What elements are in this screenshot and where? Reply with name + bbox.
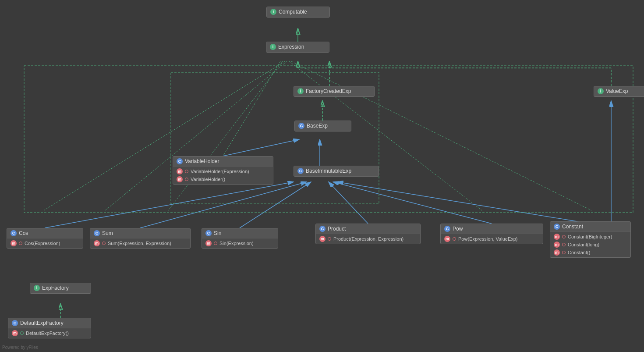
node-variableholder[interactable]: C VariableHolder m VariableHolder(Expres…: [173, 156, 273, 185]
defaultexpfactory-method-label: DefaultExpFactory(): [26, 331, 69, 336]
expression-title: Expression: [278, 44, 304, 50]
sum-header: C Sum: [90, 228, 190, 238]
sin-header: C Sin: [202, 228, 278, 238]
valueexp-badge: i: [598, 88, 604, 94]
node-product[interactable]: C Product m Product(Expression, Expressi…: [315, 224, 421, 244]
sum-body: m Sum(Expression, Expression): [90, 238, 190, 248]
watermark: Powered by yFiles: [2, 345, 38, 350]
cos-title: Cos: [19, 230, 28, 236]
valueexp-title: ValueExp: [606, 88, 628, 94]
variableholder-title: VariableHolder: [185, 158, 219, 164]
node-factorycreatedexp[interactable]: i FactoryCreatedExp: [294, 86, 375, 97]
variableholder-body: m VariableHolder(Expression) m VariableH…: [173, 167, 273, 184]
sin-method-badge: m: [205, 240, 212, 246]
factorycreatedexp-header: i FactoryCreatedExp: [294, 86, 374, 96]
pow-method-badge: m: [444, 236, 450, 242]
constant-method-label-2: Constant(long): [568, 242, 599, 247]
expression-header: i Expression: [266, 42, 329, 52]
sin-badge: C: [205, 230, 212, 236]
baseimmutableexp-header: C BaseImmutableExp: [294, 166, 379, 176]
product-header: C Product: [316, 224, 420, 234]
pow-body: m Pow(Expression, ValueExp): [441, 234, 543, 244]
node-sum[interactable]: C Sum m Sum(Expression, Expression): [90, 228, 191, 249]
svg-line-12: [289, 61, 482, 210]
constant-method-label-1: Constant(BigInteger): [568, 234, 612, 239]
product-badge: C: [319, 226, 326, 232]
node-expression[interactable]: i Expression: [266, 42, 329, 53]
svg-line-10: [44, 61, 285, 210]
product-method-badge: m: [319, 236, 326, 242]
node-sin[interactable]: C Sin m Sin(Expression): [202, 228, 278, 249]
baseexp-header: C BaseExp: [295, 121, 351, 131]
baseexp-title: BaseExp: [307, 123, 328, 129]
constant-method-dot-3: [562, 251, 566, 254]
cos-header: C Cos: [7, 228, 83, 238]
product-title: Product: [328, 226, 346, 232]
expfactory-header: i ExpFactory: [30, 283, 91, 293]
node-computable[interactable]: i Computable: [266, 7, 330, 18]
method-badge-2: m: [177, 176, 183, 182]
node-cos[interactable]: C Cos m Cos(Expression): [7, 228, 83, 249]
svg-line-9: [168, 61, 283, 210]
constant-body: m Constant(BigInteger) m Constant(long) …: [550, 232, 630, 257]
svg-line-18: [333, 182, 492, 224]
cos-method-dot: [19, 242, 22, 245]
computable-title: Computable: [279, 9, 307, 15]
node-baseexp[interactable]: C BaseExp: [294, 121, 351, 132]
svg-line-8: [223, 61, 280, 156]
constant-title: Constant: [562, 224, 583, 230]
node-expfactory[interactable]: i ExpFactory: [30, 283, 91, 294]
constant-method-badge-3: m: [554, 249, 560, 256]
method-dot-1: [185, 170, 188, 173]
diagram-canvas: i Computable i Expression i FactoryCreat…: [0, 0, 644, 352]
constant-method-dot-2: [562, 243, 566, 246]
svg-line-14: [45, 182, 294, 228]
svg-line-16: [240, 182, 311, 228]
method-badge-1: m: [177, 168, 183, 174]
baseexp-badge: C: [298, 123, 304, 129]
sin-method-dot: [214, 242, 217, 245]
defaultexpfactory-title: DefaultExpFactory: [20, 320, 64, 326]
svg-line-13: [291, 61, 591, 210]
constant-method-3: m Constant(): [550, 249, 630, 256]
expfactory-title: ExpFactory: [42, 285, 69, 291]
variableholder-method-2: m VariableHolder(): [173, 175, 273, 183]
sum-title: Sum: [102, 230, 113, 236]
node-pow[interactable]: C Pow m Pow(Expression, ValueExp): [440, 224, 543, 244]
sum-method-badge: m: [94, 240, 100, 246]
product-body: m Product(Expression, Expression): [316, 234, 420, 244]
sin-body: m Sin(Expression): [202, 238, 278, 248]
node-valueexp[interactable]: i ValueExp: [594, 86, 644, 97]
constant-badge: C: [554, 224, 560, 230]
node-defaultexpfactory[interactable]: C DefaultExpFactory m DefaultExpFactory(…: [8, 318, 91, 338]
constant-header: C Constant: [550, 222, 630, 232]
baseimmutableexp-badge: C: [297, 168, 304, 174]
expfactory-badge: i: [34, 285, 40, 291]
cos-method-1: m Cos(Expression): [7, 239, 83, 247]
factorycreatedexp-badge: i: [297, 88, 304, 94]
pow-method-dot: [453, 237, 456, 241]
constant-method-1: m Constant(BigInteger): [550, 233, 630, 241]
node-constant[interactable]: C Constant m Constant(BigInteger) m Cons…: [550, 221, 631, 258]
product-method-label: Product(Expression, Expression): [333, 236, 403, 242]
defaultexpfactory-method-dot: [20, 331, 24, 335]
defaultexpfactory-method-1: m DefaultExpFactory(): [8, 329, 91, 337]
svg-line-15: [140, 182, 307, 228]
constant-method-dot-1: [562, 235, 566, 238]
variableholder-method-1: m VariableHolder(Expression): [173, 167, 273, 175]
node-baseimmutableexp[interactable]: C BaseImmutableExp: [294, 166, 379, 177]
product-method-dot: [328, 237, 331, 241]
sin-method-1: m Sin(Expression): [202, 239, 278, 247]
sum-method-label: Sum(Expression, Expression): [108, 241, 171, 246]
computable-header: i Computable: [267, 7, 329, 17]
sin-title: Sin: [214, 230, 221, 236]
svg-line-11: [105, 61, 287, 210]
pow-method-label: Pow(Expression, ValueExp): [458, 236, 518, 242]
variableholder-header: C VariableHolder: [173, 156, 273, 167]
constant-method-badge-2: m: [554, 242, 560, 248]
constant-method-2: m Constant(long): [550, 241, 630, 249]
constant-method-label-3: Constant(): [568, 250, 590, 255]
defaultexpfactory-header: C DefaultExpFactory: [8, 318, 91, 328]
sum-method-1: m Sum(Expression, Expression): [90, 239, 190, 247]
pow-title: Pow: [453, 226, 463, 232]
